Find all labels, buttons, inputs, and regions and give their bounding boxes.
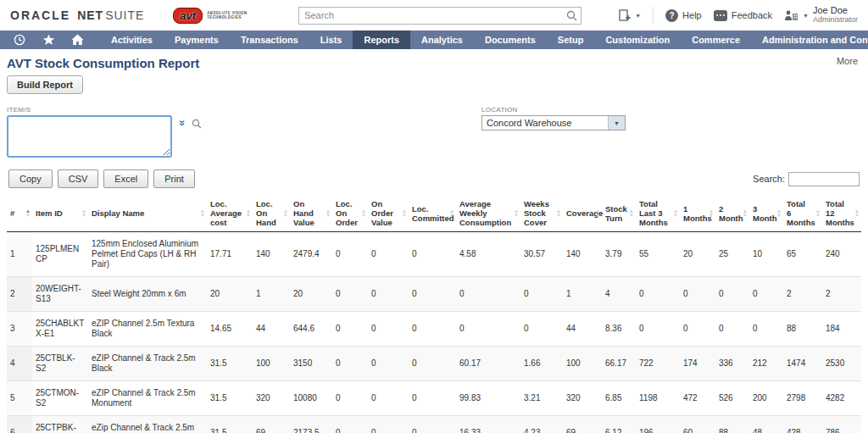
items-input[interactable]: [7, 115, 172, 158]
column-header-label: 2 Month: [719, 204, 743, 223]
user-role: Administrator: [813, 15, 858, 25]
nav-item[interactable]: Commerce: [681, 31, 751, 49]
table-row[interactable]: 2 20WEIGHT-S13 Steel Weight 20mm x 6m 20…: [7, 277, 861, 312]
table-cell: 48: [749, 416, 783, 433]
nav-item[interactable]: Analytics: [410, 31, 474, 49]
column-header[interactable]: Coverage ▲▼: [563, 195, 602, 232]
column-header[interactable]: Loc. Committed ▲▼: [409, 195, 456, 232]
item-search-icon[interactable]: [192, 119, 202, 129]
sort-icon: ▲▼: [283, 209, 288, 218]
user-menu[interactable]: ▼ Joe Doe Administrator: [784, 6, 858, 25]
sort-icon: ▲▼: [25, 209, 31, 218]
table-row[interactable]: 1 125PLMENCP 125mm Enclosed Aluminium Pe…: [7, 232, 861, 277]
column-header-label: 1 Months: [683, 204, 712, 223]
column-header[interactable]: 2 Month ▲▼: [715, 195, 749, 232]
search-icon[interactable]: [566, 10, 577, 21]
column-header[interactable]: On Order Value ▲▼: [368, 195, 409, 232]
global-search-input[interactable]: [298, 7, 581, 25]
display-name-cell: eZIP Channel & Track 2.5m Black: [88, 347, 207, 381]
sort-icon: ▲▼: [776, 209, 782, 218]
display-name-cell: 125mm Enclosed Aluminium Pelmet End Caps…: [88, 232, 207, 277]
shortcuts-star-icon[interactable]: [34, 31, 63, 49]
home-icon[interactable]: [63, 31, 92, 49]
oracle-netsuite-logo[interactable]: ORACLE NETSUITE: [10, 8, 144, 22]
table-cell: 2: [783, 277, 822, 312]
column-header-label: 3 Month: [753, 204, 777, 223]
nav-item[interactable]: Lists: [309, 31, 353, 49]
avt-company-logo: avt ABSOLUTE VISION TECHNOLOGIES: [173, 8, 258, 24]
table-cell: 1.66: [520, 347, 563, 381]
export-button[interactable]: Copy: [8, 169, 53, 188]
column-header[interactable]: Total Last 3 Months ▲▼: [636, 195, 680, 232]
table-cell: 44: [253, 312, 290, 347]
export-button[interactable]: CSV: [58, 169, 99, 188]
item-id-cell: 25CTBLK-S2: [32, 347, 88, 381]
column-header[interactable]: Loc. On Hand ▲▼: [253, 195, 290, 232]
column-header[interactable]: Loc. On Order ▲▼: [332, 195, 368, 232]
table-cell: 0: [409, 347, 456, 381]
double-chevron-down-icon[interactable]: »: [178, 119, 186, 125]
build-report-button-top[interactable]: Build Report: [7, 75, 83, 94]
table-search-label: Search:: [753, 174, 785, 184]
location-select[interactable]: Concord Warehouse ▼: [481, 115, 626, 130]
sort-icon: ▲▼: [326, 209, 331, 218]
table-cell: 20: [680, 232, 715, 277]
table-cell: 6.12: [602, 416, 636, 433]
table-row[interactable]: 6 25CTPBK-S2 eZip Channel & Track 2.5m P…: [7, 416, 861, 433]
column-header[interactable]: Total 6 Months ▲▼: [783, 195, 822, 232]
feedback-button[interactable]: Feedback: [714, 10, 772, 21]
table-cell: 14.65: [207, 312, 253, 347]
column-header[interactable]: Item ID ▲▼: [32, 195, 88, 232]
table-cell: 4.23: [520, 416, 563, 433]
nav-item[interactable]: Customization: [594, 31, 681, 49]
table-cell: 428: [783, 416, 822, 433]
table-cell: 0: [332, 416, 368, 433]
header-divider: [653, 7, 654, 24]
column-header[interactable]: Total 12 Months ▲▼: [822, 195, 861, 232]
nav-item[interactable]: Reports: [353, 31, 410, 49]
help-button[interactable]: ? Help: [665, 9, 702, 22]
nav-item[interactable]: Activities: [100, 31, 164, 49]
table-cell: 0: [715, 277, 749, 312]
sort-icon: ▲▼: [402, 209, 407, 218]
sort-icon: ▲▼: [246, 209, 251, 218]
table-cell: 212: [749, 347, 783, 381]
table-row[interactable]: 5 25CTMON-S2 eZIP Channel & Track 2.5m M…: [7, 381, 861, 416]
table-cell: 174: [680, 347, 715, 381]
column-header[interactable]: Average Weekly Consumption ▲▼: [456, 195, 520, 232]
column-header[interactable]: Weeks Stock Cover ▲▼: [520, 195, 563, 232]
recent-records-icon[interactable]: [5, 31, 34, 49]
table-search-input[interactable]: [788, 172, 860, 186]
sort-icon: ▲▼: [514, 209, 519, 218]
nav-item[interactable]: Payments: [164, 31, 230, 49]
table-cell: 20: [290, 277, 332, 312]
table-row[interactable]: 3 25CHABLKTX-E1 eZIP Channel 2.5m Textur…: [7, 312, 861, 347]
column-header[interactable]: Display Name ▲▼: [88, 195, 207, 232]
export-button[interactable]: Print: [153, 169, 195, 188]
row-number-cell: 1: [7, 232, 32, 277]
sort-icon: ▲▼: [743, 209, 748, 218]
table-cell: 2530: [822, 347, 861, 381]
table-cell: 99.83: [456, 381, 520, 416]
column-header[interactable]: 3 Month ▲▼: [749, 195, 783, 232]
column-header[interactable]: On Hand Value ▲▼: [290, 195, 332, 232]
table-cell: 0: [749, 277, 783, 312]
export-button[interactable]: Excel: [103, 169, 148, 188]
nav-item[interactable]: Administration and Controls: [751, 31, 868, 49]
table-cell: 0: [368, 312, 409, 347]
display-name-cell: eZip Channel & Track 2.5m Paperbark: [88, 416, 207, 433]
table-cell: 65: [783, 232, 822, 277]
column-header[interactable]: # ▲▼: [7, 195, 32, 232]
nav-item[interactable]: Documents: [474, 31, 547, 49]
table-row[interactable]: 4 25CTBLK-S2 eZIP Channel & Track 2.5m B…: [7, 347, 861, 381]
column-header[interactable]: Stock Turn ▲▼: [602, 195, 636, 232]
create-new-menu[interactable]: ▼: [618, 9, 641, 22]
more-link[interactable]: More: [837, 56, 858, 66]
table-cell: 69: [253, 416, 290, 433]
nav-item[interactable]: Setup: [547, 31, 595, 49]
table-cell: 644.6: [290, 312, 332, 347]
column-header[interactable]: 1 Months ▲▼: [680, 195, 715, 232]
nav-item[interactable]: Transactions: [230, 31, 309, 49]
column-header[interactable]: Loc. Average cost ▲▼: [207, 195, 253, 232]
table-cell: 44: [563, 312, 602, 347]
